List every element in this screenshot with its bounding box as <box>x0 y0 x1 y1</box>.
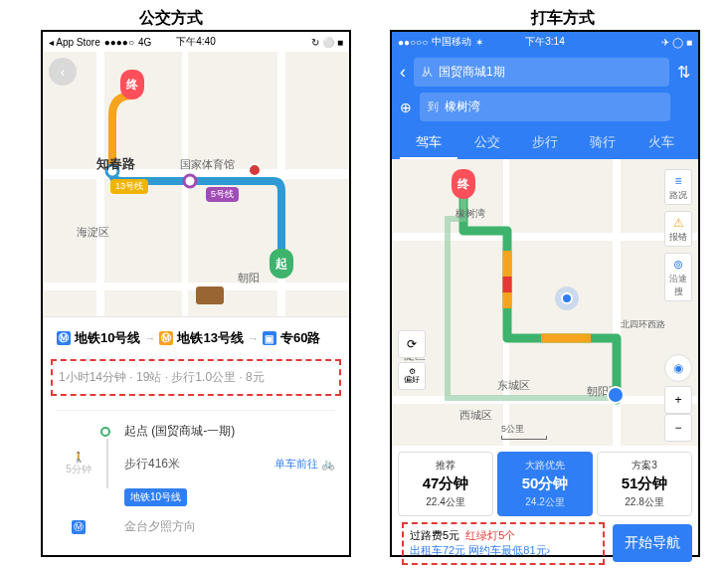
battery-icon: ↻ ⚪ ■ <box>311 37 343 48</box>
label-road: 北四环西路 <box>621 318 665 331</box>
drive-route <box>392 159 698 446</box>
refresh-button[interactable]: ⟳ <box>398 330 426 358</box>
badge-line5: 5号线 <box>206 187 239 202</box>
metro-icon: Ⓜ <box>57 331 71 345</box>
map-transit[interactable]: ‹ 知春路 国家体育馆 海淀区 朝阳 13号线 5号线 终 起 <box>43 52 349 316</box>
route-option-2[interactable]: 大路优先 50分钟 24.2公里 <box>497 452 593 516</box>
arrow-icon: → <box>144 332 155 344</box>
scale-bar: 5公里 <box>501 423 547 440</box>
status-bar: ●●○○○ 中国移动 ✶ 下午3:14 ✈ ◯ ■ <box>392 32 698 52</box>
seg1: 地铁10号线 <box>75 329 140 347</box>
food-icon <box>196 286 224 304</box>
summary-highlight: 1小时14分钟 · 19站 · 步行1.0公里 · 8元 <box>51 359 341 396</box>
marker-end: 终 <box>120 70 144 99</box>
tab-walk[interactable]: 步行 <box>516 127 574 159</box>
alert-icon[interactable] <box>248 163 262 177</box>
signal-dots: ●●○○○ <box>398 37 428 48</box>
tool-search-along[interactable]: ⊚沿途搜 <box>664 253 692 301</box>
network: 4G <box>138 37 151 48</box>
zoom-in-button[interactable]: + <box>664 386 692 414</box>
pref-button[interactable]: ⚙偏好 <box>398 362 426 390</box>
transit-card: Ⓜ 地铁10号线 → Ⓜ 地铁13号线 → ▣ 专60路 1小时14分钟 · 1… <box>43 316 349 555</box>
walk-icon: 🚶 <box>73 452 85 463</box>
label-chaoyang: 朝阳 <box>238 271 260 285</box>
carrier: 中国移动 <box>432 35 471 49</box>
step-walk[interactable]: 🚶5分钟 步行416米 单车前往 🚲 <box>57 452 335 476</box>
seg3: 专60路 <box>280 329 320 347</box>
current-location-icon <box>561 292 573 304</box>
label-haidian: 海淀区 <box>77 225 109 240</box>
route-option-3[interactable]: 方案3 51分钟 22.8公里 <box>597 452 692 516</box>
start-nav-button[interactable]: 开始导航 <box>613 524 692 562</box>
metro-icon: Ⓜ <box>72 520 86 534</box>
marker-start: 起 <box>270 249 293 279</box>
tab-bike[interactable]: 骑行 <box>574 127 632 159</box>
route-options: 推荐 47分钟 22.4公里 大路优先 50分钟 24.2公里 方案3 51分钟… <box>392 446 698 516</box>
route-line <box>43 52 349 316</box>
wifi-icon: ✶ <box>475 37 483 48</box>
from-field[interactable]: 从 国贸商城1期 <box>414 58 669 87</box>
route-option-1[interactable]: 推荐 47分钟 22.4公里 <box>398 452 493 516</box>
to-field[interactable]: 到 橡树湾 <box>420 93 670 121</box>
tab-drive[interactable]: 驾车 <box>400 127 457 159</box>
label-xiangshuwan: 橡树湾 <box>455 207 485 221</box>
signal-dots: ●●●●○ <box>104 37 134 48</box>
step-origin[interactable]: 起点 (国贸商城-一期) <box>57 423 335 440</box>
back-button[interactable]: ‹ <box>400 62 406 83</box>
bus-icon: ▣ <box>263 331 276 345</box>
drive-footer: 过路费5元 红绿灯5个 出租车72元 网约车最低81元› 开始导航 <box>392 516 698 568</box>
status-icons: ✈ ◯ ■ <box>661 37 692 48</box>
step-direction[interactable]: Ⓜ 金台夕照方向 <box>57 518 335 535</box>
summary-text: 1小时14分钟 · 19站 · 步行1.0公里 · 8元 <box>59 369 333 386</box>
tool-report[interactable]: ⚠报错 <box>664 211 692 247</box>
tab-bus[interactable]: 公交 <box>457 127 515 159</box>
step-list: 起点 (国贸商城-一期) 🚶5分钟 步行416米 单车前往 🚲 地铁10号线 Ⓜ… <box>57 410 335 535</box>
clock: 下午3:14 <box>525 35 564 49</box>
label-dongcheng: 东城区 <box>497 378 530 393</box>
tab-train[interactable]: 火车 <box>633 127 690 159</box>
zoom-out-button[interactable]: − <box>664 414 692 442</box>
clock: 下午4:40 <box>176 35 215 49</box>
label-xicheng: 西城区 <box>459 408 492 423</box>
seg2: 地铁13号线 <box>177 329 243 347</box>
search-header: ‹ 从 国贸商城1期 ⇅ ⊕ 到 橡树湾 驾车 公交 步行 骑行 火车 <box>392 52 698 159</box>
swap-icon[interactable]: ⇅ <box>677 63 690 82</box>
line-chip: 地铁10号线 <box>124 488 187 506</box>
phone-bus: ◂ App Store ●●●●○ 4G 下午4:40 ↻ ⚪ ■ ‹ 知春路 … <box>41 30 351 557</box>
label-stadium: 国家体育馆 <box>180 157 235 172</box>
cost-highlight[interactable]: 过路费5元 红绿灯5个 出租车72元 网约车最低81元› <box>402 522 605 565</box>
step-metro[interactable]: 地铁10号线 <box>57 488 335 506</box>
search-icon: ⊚ <box>667 258 689 272</box>
label-zhichunlu: 知春路 <box>96 155 135 173</box>
add-waypoint-icon[interactable]: ⊕ <box>400 99 412 115</box>
marker-start <box>607 386 625 404</box>
locate-button[interactable]: ◉ <box>664 354 692 382</box>
back-to-appstore[interactable]: ◂ App Store <box>49 37 100 48</box>
badge-line13: 13号线 <box>110 179 148 194</box>
marker-end: 终 <box>452 169 475 199</box>
transit-route[interactable]: Ⓜ 地铁10号线 → Ⓜ 地铁13号线 → ▣ 专60路 <box>57 329 335 347</box>
metro-icon: Ⓜ <box>159 331 173 345</box>
traffic-icon: ≡ <box>667 174 689 188</box>
title-bus: 公交方式 <box>139 8 203 29</box>
bike-link[interactable]: 单车前往 🚲 <box>274 457 335 472</box>
phone-taxi: ●●○○○ 中国移动 ✶ 下午3:14 ✈ ◯ ■ ‹ 从 国贸商城1期 ⇅ ⊕… <box>390 30 700 557</box>
map-drive[interactable]: 终 橡树湾 淀区 东城区 西城区 朝阳区 北四环西路 ≡路况 ⚠报错 ⊚沿途搜 … <box>392 159 698 446</box>
mode-tabs: 驾车 公交 步行 骑行 火车 <box>400 127 690 159</box>
back-button[interactable]: ‹ <box>49 58 77 86</box>
warning-icon: ⚠ <box>667 216 689 230</box>
arrow-icon: → <box>248 332 259 344</box>
tool-traffic[interactable]: ≡路况 <box>664 169 692 205</box>
title-taxi: 打车方式 <box>531 8 595 29</box>
status-bar: ◂ App Store ●●●●○ 4G 下午4:40 ↻ ⚪ ■ <box>43 32 349 52</box>
svg-point-1 <box>184 175 196 187</box>
